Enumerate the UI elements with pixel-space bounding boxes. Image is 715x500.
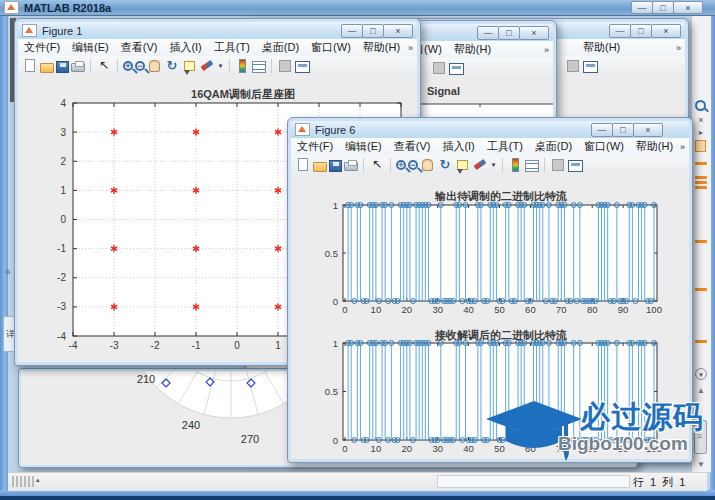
collapse-chevron-icon[interactable]: « xyxy=(5,266,11,277)
zoom-in-icon[interactable]: + xyxy=(396,160,406,170)
menu-overflow-icon[interactable]: » xyxy=(544,45,549,55)
pan-hand-icon[interactable] xyxy=(422,159,433,171)
figure1-controls: — □ × xyxy=(342,24,413,38)
menu-item[interactable]: 桌面(D) xyxy=(256,39,305,56)
figure1-titlebar[interactable]: Figure 1 — □ × xyxy=(18,22,417,39)
svg-text:0: 0 xyxy=(333,435,338,446)
menu-item[interactable]: 窗口(W) xyxy=(578,138,630,155)
warning-marker[interactable] xyxy=(695,186,707,189)
hide-plot-tools-icon[interactable] xyxy=(567,60,579,72)
svg-text:70: 70 xyxy=(556,304,567,315)
close-button[interactable]: × xyxy=(673,1,703,14)
dock-figure-icon[interactable] xyxy=(449,63,464,75)
rotate-3d-icon[interactable]: ↻ xyxy=(437,157,453,173)
svg-text:2: 2 xyxy=(60,156,66,167)
insert-colorbar-icon[interactable] xyxy=(512,158,519,172)
warning-marker[interactable] xyxy=(695,176,707,179)
print-figure-icon[interactable] xyxy=(71,63,85,72)
toolbar-separator xyxy=(502,158,503,172)
statusbar-message-field xyxy=(437,475,630,488)
menu-item[interactable]: 窗口(W) xyxy=(305,39,357,56)
menu-item[interactable]: 工具(T) xyxy=(481,138,529,155)
main-titlebar[interactable]: MATLAB R2018a xyxy=(0,0,715,16)
menu-item[interactable]: 插入(I) xyxy=(163,39,207,56)
close-button[interactable]: × xyxy=(519,26,549,40)
menu-item[interactable]: 帮助(H) xyxy=(630,138,679,155)
matlab-desktop: MATLAB R2018a — □ × « 详 × ▸ ▾ ▲ ▼ — □ xyxy=(0,0,715,500)
menu-overflow-icon[interactable]: » xyxy=(676,43,681,53)
warning-marker[interactable] xyxy=(695,240,707,243)
close-button[interactable]: × xyxy=(633,123,663,137)
message-summary-box[interactable] xyxy=(695,140,706,152)
zoom-out-icon[interactable]: − xyxy=(408,160,418,170)
dock-figure-icon[interactable] xyxy=(295,61,310,73)
rotate-3d-icon[interactable]: ↻ xyxy=(164,58,180,74)
menu-item[interactable]: 桌面(D) xyxy=(529,138,578,155)
menu-item[interactable]: 编辑(E) xyxy=(66,39,115,56)
menu-overflow-icon[interactable]: » xyxy=(680,142,685,152)
open-file-icon[interactable] xyxy=(40,63,54,73)
minimize-button[interactable]: — xyxy=(477,26,499,40)
menu-item[interactable]: 工具(T) xyxy=(208,39,256,56)
figure6-titlebar[interactable]: Figure 6 — □ × xyxy=(291,121,689,138)
close-icon[interactable]: × xyxy=(695,115,707,125)
hide-plot-tools-icon[interactable] xyxy=(279,60,291,72)
menu-item[interactable]: 帮助(H) xyxy=(357,39,406,56)
dock-figure-icon[interactable] xyxy=(583,61,598,73)
zoom-out-icon[interactable]: − xyxy=(135,61,145,71)
new-figure-icon[interactable] xyxy=(25,59,35,72)
edit-plot-cursor-icon[interactable]: ↖ xyxy=(96,58,112,74)
minimize-button[interactable]: — xyxy=(609,24,631,38)
open-file-icon[interactable] xyxy=(313,162,327,172)
maximize-button[interactable]: □ xyxy=(498,26,520,40)
brush-dropdown-icon[interactable]: ▾ xyxy=(217,62,224,70)
warning-marker[interactable] xyxy=(695,288,707,291)
menu-item[interactable]: 文件(F) xyxy=(18,39,66,56)
toolbar-separator xyxy=(90,59,91,73)
minimize-button[interactable]: — xyxy=(631,1,653,14)
insert-legend-icon[interactable] xyxy=(252,61,266,73)
warning-marker[interactable] xyxy=(695,181,707,184)
save-figure-icon[interactable] xyxy=(56,61,69,73)
data-cursor-icon[interactable] xyxy=(184,61,195,71)
minimize-button[interactable]: — xyxy=(591,123,613,137)
insert-colorbar-icon[interactable] xyxy=(239,59,246,73)
warning-marker[interactable] xyxy=(695,162,707,165)
menu-item[interactable]: 帮助(H) xyxy=(448,41,497,58)
data-cursor-icon[interactable] xyxy=(457,160,468,170)
svg-text:0: 0 xyxy=(60,214,66,225)
pan-hand-icon[interactable] xyxy=(149,60,160,72)
statusbar-grip[interactable] xyxy=(12,476,34,487)
close-button[interactable]: × xyxy=(651,24,681,38)
menu-item[interactable]: 编辑(E) xyxy=(339,138,388,155)
maximize-button[interactable]: □ xyxy=(652,1,674,14)
menu-item[interactable]: 插入(I) xyxy=(436,138,480,155)
menu-overflow-icon[interactable]: » xyxy=(408,43,413,53)
menu-item-help[interactable]: 帮助(H) xyxy=(577,39,626,56)
maximize-button[interactable]: □ xyxy=(612,123,634,137)
insert-legend-icon[interactable] xyxy=(525,160,539,172)
brush-data-icon[interactable] xyxy=(474,159,487,170)
edit-plot-cursor-icon[interactable]: ↖ xyxy=(369,157,385,173)
expand-caret-icon[interactable]: ▸ xyxy=(695,128,707,137)
save-figure-icon[interactable] xyxy=(329,160,342,172)
hide-plot-tools-icon[interactable] xyxy=(552,159,564,171)
menu-item[interactable]: 查看(V) xyxy=(388,138,437,155)
main-window-controls: — □ × xyxy=(632,1,703,14)
maximize-button[interactable]: □ xyxy=(630,24,652,38)
close-button[interactable]: × xyxy=(383,24,413,38)
dock-figure-icon[interactable] xyxy=(568,160,583,172)
hide-plot-tools-icon[interactable] xyxy=(433,62,445,74)
next-message-button[interactable]: ▾ xyxy=(695,368,707,380)
maximize-button[interactable]: □ xyxy=(362,24,384,38)
brush-data-icon[interactable] xyxy=(201,60,214,71)
warning-marker[interactable] xyxy=(695,340,707,343)
new-figure-icon[interactable] xyxy=(298,158,308,171)
menu-item[interactable]: 文件(F) xyxy=(291,138,339,155)
menu-item[interactable]: 查看(V) xyxy=(115,39,164,56)
search-icon[interactable] xyxy=(695,100,706,111)
print-figure-icon[interactable] xyxy=(344,162,358,171)
zoom-in-icon[interactable]: + xyxy=(123,61,133,71)
brush-dropdown-icon[interactable]: ▾ xyxy=(490,161,497,169)
minimize-button[interactable]: — xyxy=(341,24,363,38)
